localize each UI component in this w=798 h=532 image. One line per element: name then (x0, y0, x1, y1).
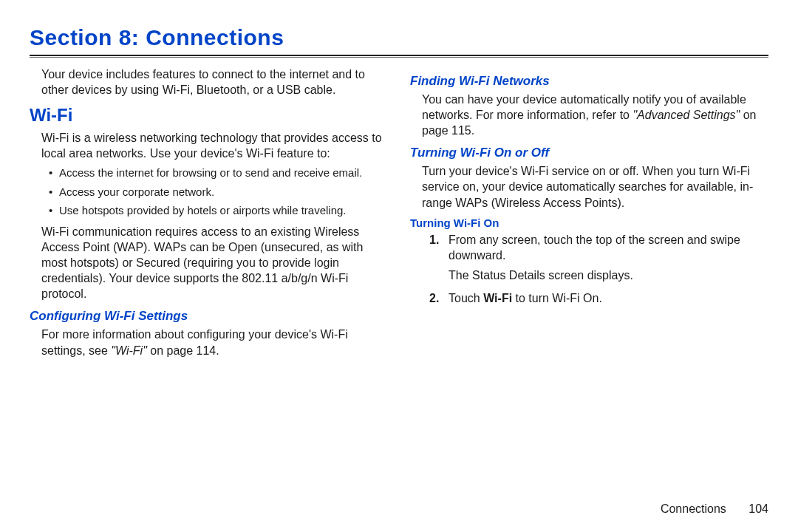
configuring-heading: Configuring Wi-Fi Settings (30, 309, 388, 324)
finding-heading: Finding Wi-Fi Networks (410, 74, 768, 89)
divider-thick (30, 55, 768, 56)
reference-wifi: "Wi-Fi" (111, 344, 147, 357)
configuring-paragraph: For more information about configuring y… (41, 327, 385, 358)
turning-paragraph: Turn your device's Wi-Fi service on or o… (422, 163, 765, 210)
divider-thin (30, 57, 768, 58)
right-column: Finding Wi-Fi Networks You can have your… (410, 66, 768, 361)
section-title: Section 8: Connections (30, 25, 768, 50)
footer-page-number: 104 (748, 502, 768, 515)
step-item: From any screen, touch the top of the sc… (429, 232, 768, 283)
intro-paragraph: Your device includes features to connect… (41, 66, 385, 98)
wifi-intro-paragraph: Wi-Fi is a wireless networking technolog… (41, 130, 385, 161)
finding-paragraph: You can have your device automatically n… (422, 92, 765, 138)
left-column: Your device includes features to connect… (30, 66, 388, 361)
list-item: Access your corporate network. (49, 185, 388, 200)
step-item: Touch Wi-Fi to turn Wi-Fi On. (429, 290, 768, 306)
text-run: Touch (449, 292, 483, 304)
wifi-bold: Wi-Fi (483, 292, 512, 304)
step-subtext: The Status Details screen displays. (449, 267, 768, 283)
content-columns: Your device includes features to connect… (30, 66, 768, 361)
wifi-heading: Wi-Fi (30, 105, 388, 126)
turning-heading: Turning Wi-Fi On or Off (410, 146, 768, 160)
wifi-wap-paragraph: Wi-Fi communication requires access to a… (41, 224, 385, 302)
text-run: to turn Wi-Fi On. (512, 292, 602, 304)
step-text: From any screen, touch the top of the sc… (449, 233, 740, 262)
page-footer: Connections 104 (661, 502, 768, 516)
list-item: Use hotspots provided by hotels or airpo… (49, 203, 388, 218)
turning-on-steps: From any screen, touch the top of the sc… (429, 232, 768, 306)
list-item: Access the internet for browsing or to s… (49, 166, 388, 180)
reference-advanced-settings: "Advanced Settings" (632, 109, 740, 121)
text-run: on page 114. (147, 344, 219, 357)
footer-section-label: Connections (661, 502, 726, 515)
turning-on-subheading: Turning Wi-Fi On (410, 216, 768, 229)
wifi-feature-list: Access the internet for browsing or to s… (49, 166, 388, 218)
